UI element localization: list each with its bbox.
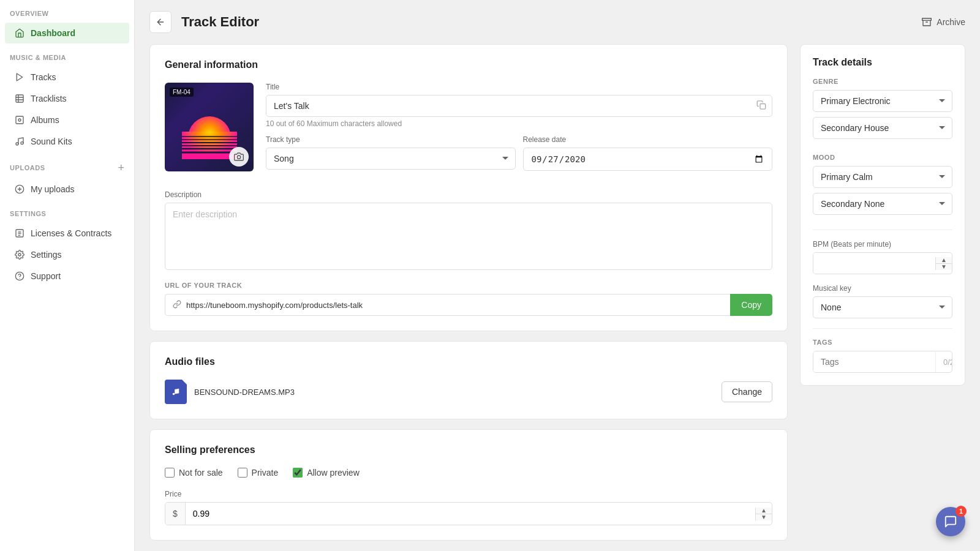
chat-badge: 1 (956, 506, 967, 517)
chat-button[interactable]: 1 (936, 507, 965, 536)
sidebar-item-tracks[interactable]: Tracks (5, 67, 129, 88)
svg-point-16 (18, 253, 21, 256)
sidebar: OVERVIEW Dashboard MUSIC & MEDIA Tracks … (0, 0, 135, 551)
title-label: Title (266, 83, 772, 91)
bpm-input[interactable] (813, 253, 935, 274)
svg-point-8 (21, 142, 23, 144)
audio-files-card: Audio files BENSOUND-DREAMS.MP3 Change (149, 341, 788, 419)
general-info-title: General information (165, 59, 772, 70)
sound-kits-label: Sound Kits (31, 137, 72, 146)
sidebar-item-albums[interactable]: Albums (5, 110, 129, 130)
url-label: URL OF YOUR TRACK (165, 282, 772, 289)
track-type-select[interactable]: Song Beat Instrumental (266, 148, 516, 170)
price-decrement-button[interactable]: ▼ (756, 514, 772, 520)
track-type-field: Track type Song Beat Instrumental (266, 135, 516, 171)
musical-key-label: Musical key (813, 284, 952, 293)
sidebar-item-tracklists[interactable]: Tracklists (5, 88, 129, 109)
general-info-card: General information FM-04 (149, 44, 788, 331)
album-art: FM-04 (165, 83, 254, 171)
page-header: Track Editor Archive (149, 0, 965, 44)
albums-icon (15, 115, 24, 125)
sidebar-item-support[interactable]: Support (5, 266, 129, 287)
bpm-increment-button[interactable]: ▲ (936, 257, 952, 264)
price-stepper: ▲ ▼ (755, 508, 772, 520)
change-audio-button[interactable]: Change (722, 381, 772, 402)
title-input[interactable] (266, 95, 772, 117)
track-type-release-row: Track type Song Beat Instrumental Releas… (266, 135, 772, 171)
archive-icon (922, 17, 932, 27)
secondary-genre-select[interactable]: Secondary House Secondary Techno Seconda… (813, 117, 952, 139)
settings-icon (15, 250, 24, 260)
musical-key-select[interactable]: None C D E (813, 296, 952, 318)
release-date-input[interactable] (523, 148, 773, 171)
description-textarea[interactable] (165, 203, 772, 270)
add-upload-button[interactable]: + (118, 162, 124, 173)
genre-section-label: GENRE (813, 78, 952, 85)
sun-graphic (182, 113, 237, 159)
home-icon (15, 28, 24, 38)
url-text: https://tuneboom.myshopify.com/products/… (186, 301, 363, 310)
audio-file-row: BENSOUND-DREAMS.MP3 Change (165, 380, 772, 404)
bpm-decrement-button[interactable]: ▼ (936, 264, 952, 270)
release-date-label: Release date (523, 135, 773, 144)
sidebar-music-section: MUSIC & MEDIA Tracks Tracklists Albums S… (0, 44, 134, 152)
price-label: Price (165, 490, 772, 498)
sound-kits-icon (15, 137, 24, 146)
link-icon (173, 300, 181, 310)
private-checkbox-label[interactable]: Private (238, 468, 279, 478)
selling-preferences-card: Selling preferences Not for sale Private… (149, 429, 788, 541)
album-art-inner: FM-04 (165, 83, 254, 171)
allow-preview-checkbox[interactable] (293, 468, 303, 478)
selling-preferences-title: Selling preferences (165, 444, 772, 455)
private-checkbox[interactable] (238, 468, 247, 478)
secondary-mood-select[interactable]: Secondary None Secondary Happy Secondary… (813, 193, 952, 215)
track-details-card: Track details GENRE Primary Electronic P… (800, 44, 965, 386)
tags-count: 0/25 (935, 352, 952, 372)
sidebar-item-my-uploads[interactable]: My uploads (5, 179, 129, 200)
track-details-title: Track details (813, 57, 952, 68)
uploads-section-label: UPLOADS (10, 164, 45, 171)
price-row: $ ▲ ▼ (165, 502, 772, 525)
tags-input[interactable] (813, 351, 935, 372)
primary-mood-select[interactable]: Primary Calm Primary Energetic Primary D… (813, 166, 952, 188)
audio-files-title: Audio files (165, 356, 772, 367)
price-input[interactable] (186, 503, 755, 525)
main-content: Track Editor Archive General information… (135, 0, 980, 551)
private-label: Private (252, 468, 279, 478)
support-icon (15, 271, 24, 281)
url-row: https://tuneboom.myshopify.com/products/… (165, 294, 772, 316)
tags-section-label: TAGS (813, 339, 952, 346)
not-for-sale-label: Not for sale (179, 468, 223, 478)
url-section: URL OF YOUR TRACK https://tuneboom.mysho… (165, 282, 772, 316)
support-label: Support (31, 271, 61, 281)
svg-rect-1 (16, 95, 23, 102)
divider-1 (813, 230, 952, 230)
release-date-field: Release date (523, 135, 773, 171)
archive-label: Archive (937, 17, 965, 27)
sidebar-item-settings[interactable]: Settings (5, 244, 129, 265)
sidebar-item-licenses[interactable]: Licenses & Contracts (5, 223, 129, 244)
copy-to-clipboard-icon (756, 100, 766, 112)
sidebar-item-sound-kits[interactable]: Sound Kits (5, 131, 129, 152)
svg-point-31 (237, 156, 240, 159)
archive-button[interactable]: Archive (922, 17, 965, 27)
music-section-label: MUSIC & MEDIA (0, 44, 134, 66)
not-for-sale-checkbox-label[interactable]: Not for sale (165, 468, 223, 478)
mp3-file-icon (165, 380, 187, 404)
camera-overlay-button[interactable] (229, 147, 249, 167)
primary-genre-select[interactable]: Primary Electronic Primary Hip Hop Prima… (813, 90, 952, 112)
tracklists-label: Tracklists (31, 94, 67, 103)
svg-rect-20 (922, 18, 932, 20)
svg-rect-5 (16, 116, 23, 124)
back-button[interactable] (149, 11, 172, 33)
sidebar-item-dashboard[interactable]: Dashboard (5, 23, 129, 43)
svg-point-6 (18, 119, 21, 121)
copy-url-button[interactable]: Copy (730, 294, 772, 316)
not-for-sale-checkbox[interactable] (165, 468, 175, 478)
price-increment-button[interactable]: ▲ (756, 508, 772, 514)
my-uploads-icon (15, 184, 24, 194)
bpm-label: BPM (Beats per minute) (813, 240, 952, 249)
licenses-label: Licenses & Contracts (31, 228, 111, 238)
audio-file-info: BENSOUND-DREAMS.MP3 (165, 380, 295, 404)
allow-preview-checkbox-label[interactable]: Allow preview (293, 468, 360, 478)
